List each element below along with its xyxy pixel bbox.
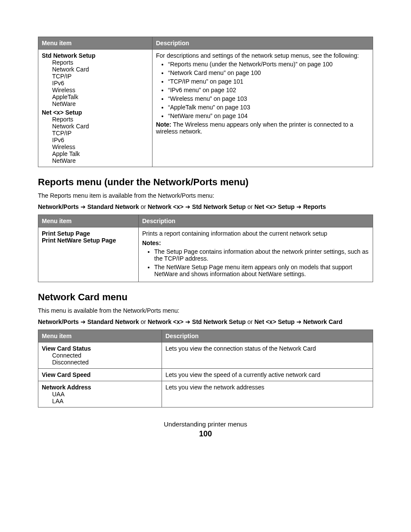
table-header-menu-item: Menu item [38,37,153,50]
menu-subitem: LAA [42,398,158,404]
arrow-icon: ➔ [184,318,192,325]
menu-subitem: Reports [42,116,149,123]
path-segment: Standard Network [87,318,139,325]
note-text: The Wireless menu appears only when the … [156,121,353,135]
bullet-item: “NetWare menu” on page 104 [168,112,369,119]
section-heading-network-card-menu: Network Card menu [38,292,373,303]
menu-subitem: Disconnected [42,359,158,366]
path-segment: Std Network Setup [192,318,246,325]
table-row: Print Setup Page Print NetWare Setup Pag… [38,227,373,282]
menu-item: View Card Status [42,345,91,352]
path-segment: Std Network Setup [192,203,246,210]
arrow-icon: ➔ [184,203,192,210]
menu-subitem: Network Card [42,66,149,73]
table-row: View Card Status Connected Disconnected … [38,342,373,369]
bullet-item: The Setup Page contains information abou… [154,248,369,262]
table-header-menu-item: Menu item [38,215,139,227]
menu-subitem: NetWare [42,100,149,107]
description-cell: Prints a report containing information a… [139,227,373,282]
page: Menu item Description Std Network Setup … [0,0,411,456]
std-network-setup-table: Menu item Description Std Network Setup … [38,37,373,167]
table-row: Network Address UAA LAA Lets you view th… [38,381,373,408]
path-segment: Network/Ports [38,203,79,210]
notes-label: Notes: [142,240,369,246]
table-row: Std Network Setup Reports Network Card T… [38,50,373,167]
path-segment: Net <x> Setup [255,318,295,325]
menu-subitem: Apple Talk [42,150,149,157]
bullet-item: “Reports menu (under the Network/Ports m… [168,61,369,68]
menu-subitem: Wireless [42,143,149,150]
path-or: or [139,318,148,325]
note: Note: The Wireless menu appears only whe… [156,121,369,135]
menu-subitem: Wireless [42,87,149,93]
menu-subitem: IPv6 [42,137,149,143]
arrow-icon: ➔ [79,318,87,325]
path-segment: Reports [303,203,326,210]
bullet-item: The NetWare Setup Page menu item appears… [154,264,369,277]
footer-title: Understanding printer menus [38,420,373,428]
path-or: or [246,203,254,210]
bullet-item: “IPv6 menu” on page 102 [168,87,369,93]
arrow-icon: ➔ [295,203,303,210]
network-card-menu-table: Menu item Description View Card Status C… [38,330,373,408]
description-cell: Lets you view the connection status of t… [162,342,373,369]
note-label: Note: [156,121,171,128]
section-intro: This menu is available from the Network/… [38,307,373,314]
bullet-item: “Wireless menu” on page 103 [168,95,369,102]
menu-item: Print NetWare Setup Page [42,237,135,244]
page-footer: Understanding printer menus 100 [38,420,373,439]
navigation-path: Network/Ports ➔ Standard Network or Netw… [38,318,373,325]
path-segment: Network <x> [148,203,184,210]
arrow-icon: ➔ [79,203,87,210]
description-cell: For descriptions and settings of the net… [153,50,373,167]
path-segment: Network/Ports [38,318,79,325]
description-bullets: “Reports menu (under the Network/Ports m… [156,61,369,119]
reports-menu-table: Menu item Description Print Setup Page P… [38,215,373,282]
arrow-icon: ➔ [295,318,303,325]
menu-subitem: Connected [42,352,158,359]
path-or: or [246,318,254,325]
description-intro: For descriptions and settings of the net… [156,52,359,59]
path-segment: Standard Network [87,203,139,210]
menu-subitem: TCP/IP [42,130,149,137]
menu-item: Network Address [42,384,91,391]
menu-item-cell: View Card Status Connected Disconnected [38,342,162,369]
menu-item-cell: Network Address UAA LAA [38,381,162,408]
description-text: Prints a report containing information a… [142,230,369,237]
menu-subitem: AppleTalk [42,93,149,100]
bullet-item: “AppleTalk menu” on page 103 [168,104,369,111]
path-or: or [139,203,148,210]
path-segment: Net <x> Setup [255,203,295,210]
page-number: 100 [38,429,373,439]
table-header-description: Description [139,215,373,227]
menu-subitem: IPv6 [42,80,149,87]
menu-item-cell: View Card Speed [38,369,162,381]
menu-subitem: Network Card [42,123,149,130]
menu-group-label: Net <x> Setup [42,109,149,116]
menu-group-label: Std Network Setup [42,52,95,59]
menu-subitem: Reports [42,59,149,66]
bullet-item: “TCP/IP menu” on page 101 [168,78,369,85]
description-cell: Lets you view the speed of a currently a… [162,369,373,381]
navigation-path: Network/Ports ➔ Standard Network or Netw… [38,203,373,210]
menu-item-cell: Print Setup Page Print NetWare Setup Pag… [38,227,139,282]
path-segment: Network Card [303,318,342,325]
section-heading-reports-menu: Reports menu (under the Network/Ports me… [38,177,373,188]
menu-item: View Card Speed [42,371,90,378]
table-header-menu-item: Menu item [38,330,162,342]
table-header-description: Description [162,330,373,342]
path-segment: Network <x> [148,318,184,325]
notes-bullets: The Setup Page contains information abou… [142,248,369,277]
menu-item-cell: Std Network Setup Reports Network Card T… [38,50,153,167]
description-cell: Lets you view the network addresses [162,381,373,408]
table-row: View Card Speed Lets you view the speed … [38,369,373,381]
table-header-description: Description [153,37,373,50]
section-intro: The Reports menu item is available from … [38,192,373,199]
menu-subitem: TCP/IP [42,73,149,80]
menu-item: Print Setup Page [42,230,135,237]
menu-subitem: NetWare [42,157,149,164]
bullet-item: “Network Card menu” on page 100 [168,69,369,76]
menu-subitem: UAA [42,391,158,398]
